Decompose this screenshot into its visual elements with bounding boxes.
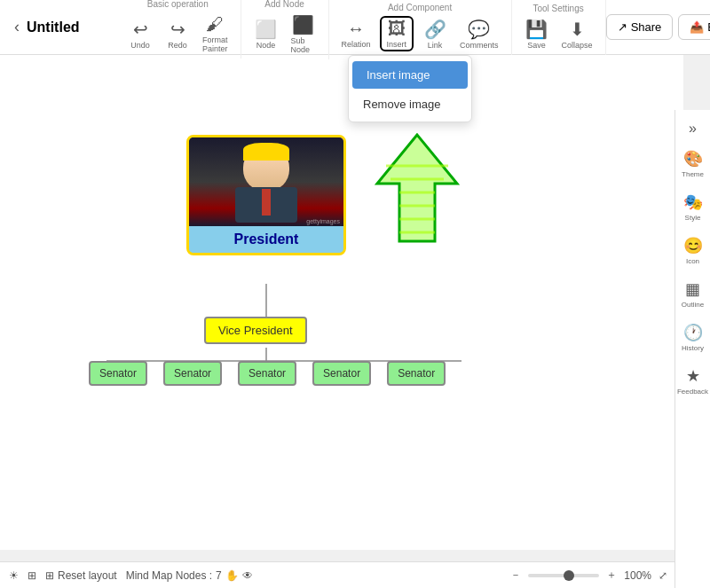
sidebar-item-feedback[interactable]: ★ Feedback (677, 361, 709, 401)
canvas[interactable]: gettyimages President Vice President Sen… (0, 55, 683, 550)
grid-icon[interactable]: ⊞ (28, 569, 36, 582)
sidebar-item-history[interactable]: 🕐 History (677, 318, 709, 357)
toolbar-right: ↗ Share 📤 Export (606, 14, 710, 40)
comments-label: Comments (460, 41, 499, 50)
senator-node-5[interactable]: Senator (387, 361, 446, 386)
node-label: Node (256, 41, 276, 50)
senator-node-1[interactable]: Senator (89, 361, 147, 386)
sidebar-item-outline[interactable]: ▦ Outline (677, 274, 709, 314)
senator-node-2[interactable]: Senator (163, 361, 222, 386)
tool-settings-group: Tool Settings 💾 Save ⬇ Collapse (512, 0, 606, 55)
format-painter-button[interactable]: 🖌 Format Painter (199, 12, 232, 55)
hand-icon: ✋ (225, 569, 239, 582)
add-node-group: Add Node ⬜ Node ⬛ Sub Node (241, 0, 329, 59)
senator-label-2: Senator (174, 367, 211, 380)
sidebar-item-icon[interactable]: 😊 Icon (677, 231, 709, 270)
add-component-buttons: ↔ Relation 🖼 Insert 🔗 Link 💬 Comments (338, 16, 502, 51)
senator-label-1: Senator (99, 367, 137, 380)
nodes-label: Mind Map Nodes : (126, 569, 212, 582)
save-button[interactable]: 💾 Save (521, 17, 553, 51)
statusbar: ☀ ⊞ ⊞ Reset layout Mind Map Nodes : 7 ✋ … (0, 561, 710, 588)
share-label: Share (631, 20, 662, 34)
nodes-info: Mind Map Nodes : 7 ✋ 👁 (126, 569, 253, 582)
sidebar-collapse-button[interactable]: » (685, 117, 700, 140)
outline-label: Outline (682, 301, 704, 309)
back-button[interactable]: ‹ (7, 14, 27, 40)
link-label: Link (428, 41, 443, 50)
node-button[interactable]: ⬜ Node (250, 17, 282, 51)
zoom-in-button[interactable]: ＋ (606, 568, 617, 583)
basic-operation-buttons: ↩ Undo ↪ Redo 🖌 Format Painter (124, 12, 232, 55)
zoom-slider[interactable] (528, 574, 599, 577)
collapse-label: Collapse (562, 41, 593, 50)
export-icon: 📤 (690, 20, 704, 34)
add-component-group: Add Component ↔ Relation 🖼 Insert 🔗 Link… (329, 0, 512, 55)
vp-label: Vice President (218, 324, 293, 337)
sub-node-label: Sub Node (291, 36, 316, 54)
svg-marker-8 (377, 135, 457, 241)
basic-operation-label: Basic operation (147, 0, 209, 9)
redo-label: Redo (168, 41, 187, 50)
save-icon: 💾 (525, 19, 548, 40)
save-label: Save (527, 41, 546, 50)
format-painter-icon: 🖌 (206, 14, 224, 35)
vp-node[interactable]: Vice President (204, 317, 307, 344)
senator-node-3[interactable]: Senator (238, 361, 296, 386)
share-icon: ↗ (618, 20, 627, 34)
feedback-label: Feedback (677, 388, 708, 396)
link-icon: 🔗 (424, 19, 446, 40)
insert-image-item[interactable]: Insert image (352, 61, 468, 89)
tool-settings-buttons: 💾 Save ⬇ Collapse (521, 17, 596, 51)
format-painter-label: Format Painter (202, 35, 228, 53)
insert-label: Insert (387, 40, 407, 49)
insert-dropdown: Insert image Remove image (348, 55, 472, 122)
connection-lines (0, 55, 683, 550)
relation-label: Relation (342, 40, 371, 49)
comments-button[interactable]: 💬 Comments (456, 17, 502, 51)
add-node-buttons: ⬜ Node ⬛ Sub Node (250, 12, 320, 56)
brightness-icon[interactable]: ☀ (9, 569, 19, 582)
collapse-button[interactable]: ⬇ Collapse (558, 17, 596, 51)
sidebar-item-style[interactable]: 🎭 Style (677, 187, 709, 227)
president-photo: gettyimages (189, 137, 343, 226)
sub-node-icon: ⬛ (292, 14, 314, 35)
president-node[interactable]: gettyimages President (186, 135, 346, 255)
right-sidebar: » 🎨 Theme 🎭 Style 😊 Icon ▦ Outline 🕐 His… (674, 110, 710, 588)
senator-label-3: Senator (248, 367, 286, 380)
style-icon: 🎭 (683, 192, 703, 212)
sidebar-item-theme[interactable]: 🎨 Theme (677, 144, 709, 184)
share-button[interactable]: ↗ Share (606, 14, 674, 40)
senator-node-4[interactable]: Senator (312, 361, 371, 386)
redo-icon: ↪ (170, 19, 185, 40)
statusbar-right: － ＋ 100% ⤢ ⛶ ⊡ (510, 568, 701, 583)
add-node-label: Add Node (264, 0, 304, 9)
link-button[interactable]: 🔗 Link (419, 17, 451, 51)
zoom-out-button[interactable]: － (510, 568, 521, 583)
history-icon: 🕐 (683, 323, 703, 342)
undo-button[interactable]: ↩ Undo (124, 17, 156, 51)
fit-screen-button[interactable]: ⤢ (659, 569, 667, 582)
icon-icon: 😊 (683, 236, 703, 255)
zoom-percent: 100% (624, 569, 651, 582)
add-component-label: Add Component (388, 3, 452, 12)
remove-image-item[interactable]: Remove image (349, 90, 471, 118)
icon-label: Icon (686, 257, 699, 265)
relation-button[interactable]: ↔ Relation (338, 17, 375, 51)
theme-label: Theme (682, 170, 704, 178)
collapse-icon: ⬇ (570, 19, 585, 40)
reset-layout-button[interactable]: ⊞ Reset layout (45, 569, 117, 582)
document-title[interactable]: Untitled (27, 20, 98, 35)
senator-label-5: Senator (398, 367, 435, 380)
export-button[interactable]: 📤 Export (678, 14, 710, 40)
undo-icon: ↩ (133, 19, 148, 40)
toolbar: ‹ Untitled Basic operation ↩ Undo ↪ Redo… (0, 0, 710, 55)
node-icon: ⬜ (255, 19, 277, 40)
sub-node-button[interactable]: ⬛ Sub Node (288, 12, 320, 56)
insert-button[interactable]: 🖼 Insert (380, 16, 414, 51)
basic-operation-group: Basic operation ↩ Undo ↪ Redo 🖌 Format P… (115, 0, 241, 59)
redo-button[interactable]: ↪ Redo (162, 17, 193, 51)
tool-settings-label: Tool Settings (532, 4, 583, 13)
style-label: Style (685, 214, 701, 222)
green-arrow (373, 130, 462, 249)
theme-icon: 🎨 (683, 149, 703, 169)
